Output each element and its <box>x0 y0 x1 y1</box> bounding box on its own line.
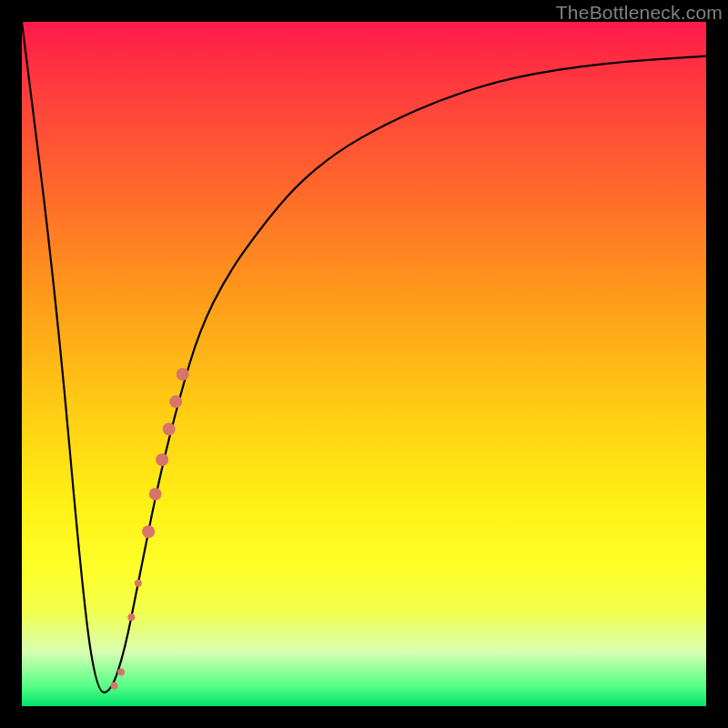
curve-marker <box>169 395 182 408</box>
curve-marker <box>177 368 189 380</box>
curve-marker <box>127 613 135 621</box>
chart-svg <box>22 22 706 706</box>
curve-marker <box>117 668 125 675</box>
plot-area <box>22 22 706 706</box>
curve-markers <box>111 368 189 689</box>
chart-frame: TheBottleneck.com <box>0 0 728 728</box>
curve-marker <box>149 488 162 500</box>
curve-path <box>22 22 706 693</box>
bottleneck-curve <box>22 22 706 693</box>
curve-marker <box>163 422 176 435</box>
curve-marker <box>135 580 142 587</box>
curve-marker <box>156 453 168 466</box>
watermark-label: TheBottleneck.com <box>556 2 723 24</box>
curve-marker <box>111 682 118 689</box>
curve-marker <box>142 525 155 538</box>
